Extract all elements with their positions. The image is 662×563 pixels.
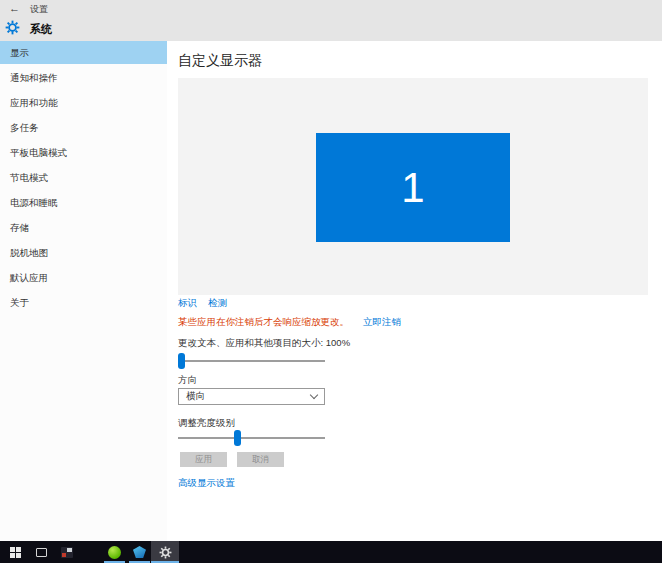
brightness-slider-thumb[interactable] (234, 430, 241, 446)
sidebar-item-default-apps[interactable]: 默认应用 (0, 266, 167, 289)
orientation-dropdown[interactable]: 横向 (178, 388, 325, 405)
sidebar-item-power-sleep[interactable]: 电源和睡眠 (0, 191, 167, 214)
settings-app-button[interactable] (151, 541, 179, 563)
task-view-icon (36, 548, 47, 557)
sidebar-item-tablet-mode[interactable]: 平板电脑模式 (0, 141, 167, 164)
identify-link[interactable]: 标识 (178, 297, 197, 310)
scaling-slider[interactable] (178, 353, 325, 369)
orientation-label: 方向 (178, 374, 197, 387)
app-icon (61, 547, 73, 558)
sidebar-item-display[interactable]: 显示 (0, 41, 167, 64)
scaling-slider-label: 更改文本、应用和其他项目的大小: 100% (178, 337, 350, 350)
sidebar: 显示 通知和操作 应用和功能 多任务 平板电脑模式 节电模式 电源和睡眠 存储 … (0, 41, 167, 541)
sidebar-item-apps-features[interactable]: 应用和功能 (0, 91, 167, 114)
brightness-slider-label: 调整亮度级别 (178, 417, 235, 430)
settings-window: ← 设置 系统 显示 通知和操作 应用和功能 多任务 平板电脑模式 节电模式 电… (0, 0, 662, 563)
app-title: 设置 (30, 3, 48, 16)
sidebar-item-storage[interactable]: 存储 (0, 216, 167, 239)
sidebar-item-about[interactable]: 关于 (0, 291, 167, 314)
advanced-display-settings-link[interactable]: 高级显示设置 (178, 477, 235, 490)
shield-app-icon (133, 546, 146, 558)
sidebar-item-offline-maps[interactable]: 脱机地图 (0, 241, 167, 264)
sidebar-item-multitasking[interactable]: 多任务 (0, 116, 167, 139)
start-button[interactable] (2, 541, 29, 563)
brightness-slider-track[interactable] (178, 437, 325, 439)
scaling-slider-thumb[interactable] (178, 353, 185, 369)
settings-gear-icon (159, 546, 172, 559)
orientation-selected-value: 横向 (186, 390, 311, 403)
apply-button[interactable]: 应用 (180, 452, 227, 467)
taskbar (0, 541, 662, 563)
sidebar-item-notifications-actions[interactable]: 通知和操作 (0, 66, 167, 89)
green-app-icon (108, 546, 121, 559)
pinned-app-button[interactable] (53, 541, 80, 563)
detect-link[interactable]: 检测 (208, 297, 227, 310)
scaling-slider-track[interactable] (178, 360, 325, 362)
sign-out-now-link[interactable]: 立即注销 (363, 316, 401, 329)
cancel-button[interactable]: 取消 (237, 452, 284, 467)
back-button[interactable]: ← (9, 2, 20, 14)
start-icon (10, 547, 21, 558)
task-view-button[interactable] (28, 541, 55, 563)
settings-gear-icon (5, 20, 20, 35)
page-title: 系统 (30, 22, 52, 37)
green-app-button[interactable] (101, 541, 128, 563)
display-preview-panel: 1 (178, 78, 648, 295)
monitor-number: 1 (401, 164, 424, 212)
chevron-down-icon (310, 391, 318, 399)
monitor-1-preview[interactable]: 1 (316, 133, 510, 242)
brightness-slider[interactable] (178, 430, 325, 446)
sidebar-item-battery-saver[interactable]: 节电模式 (0, 166, 167, 189)
scaling-warning-text: 某些应用在你注销后才会响应缩放更改。 (178, 316, 349, 329)
title-bar: ← 设置 系统 (0, 0, 662, 41)
main-content: 自定义显示器 1 标识 检测 某些应用在你注销后才会响应缩放更改。 立即注销 更… (167, 41, 662, 541)
page-heading: 自定义显示器 (178, 52, 262, 70)
shield-app-button[interactable] (126, 541, 153, 563)
